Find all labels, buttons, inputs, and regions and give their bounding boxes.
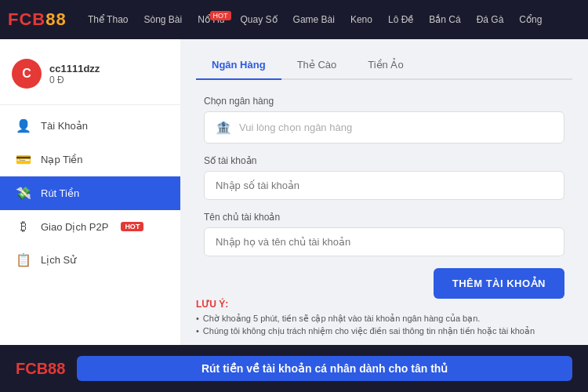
- nav-item-songbai[interactable]: Sòng Bài: [136, 9, 190, 30]
- note-item-2: Chúng tôi không chịu trách nhiệm cho việ…: [196, 326, 572, 336]
- logo-88: 88: [45, 9, 66, 29]
- user-details: cc1111dzz 0 Đ: [49, 63, 100, 85]
- bank-select-icon: 🏦: [216, 120, 231, 135]
- p2p-hot-badge: HOT: [121, 222, 143, 231]
- sidebar-item-naptien[interactable]: 💳 Nạp Tiền: [0, 143, 180, 176]
- sidebar-item-label: Rút Tiền: [41, 187, 79, 199]
- avatar: C: [12, 59, 42, 89]
- sidebar-item-label: Tài Khoản: [41, 120, 88, 132]
- note-item-1: Chờ khoảng 5 phút, tiền sẽ cập nhật vào …: [196, 314, 572, 324]
- bank-label: Chọn ngân hàng: [204, 96, 564, 107]
- content-area: Ngân Hàng Thẻ Cào Tiền Ảo Chọn ngân hàng…: [180, 39, 588, 345]
- note-title: LƯU Ý:: [196, 299, 572, 310]
- add-account-button[interactable]: THÊM TÀI KHOẢN: [434, 268, 564, 299]
- nav-item-quayso[interactable]: Quay Số: [233, 9, 285, 30]
- holder-label: Tên chủ tài khoản: [204, 212, 564, 223]
- sidebar-item-label: Giao Dịch P2P: [41, 221, 108, 233]
- nav-item-banca[interactable]: Bắn Cá: [421, 9, 468, 30]
- holder-group: Tên chủ tài khoản: [204, 212, 564, 256]
- bank-group: Chọn ngân hàng 🏦 Vui lòng chọn ngân hàng: [204, 96, 564, 143]
- account-label: Số tài khoản: [204, 155, 564, 166]
- tab-tienao[interactable]: Tiền Ảo: [352, 51, 419, 78]
- nav-items: Thể Thao Sòng Bài Nổ HũHOT Quay Số Game …: [80, 9, 580, 30]
- form-section: Chọn ngân hàng 🏦 Vui lòng chọn ngân hàng…: [196, 96, 572, 256]
- ruttien-icon: 💸: [16, 186, 31, 201]
- sidebar-item-ruttien[interactable]: 💸 Rút Tiền: [0, 176, 180, 210]
- tabs: Ngân Hàng Thẻ Cào Tiền Ảo: [196, 51, 572, 80]
- bank-select[interactable]: 🏦 Vui lòng chọn ngân hàng: [204, 111, 564, 143]
- nohu-badge: HOT: [210, 11, 231, 20]
- nav-item-keno[interactable]: Keno: [343, 9, 380, 30]
- balance: 0 Đ: [49, 74, 100, 85]
- sidebar-item-label: Lịch Sử: [41, 254, 76, 266]
- bottom-logo-88: 88: [48, 360, 65, 377]
- bottom-banner: FCB88 Rút tiền về tài khoản cá nhân dành…: [0, 345, 588, 392]
- bottom-logo: FCB88: [16, 360, 65, 378]
- username: cc1111dzz: [49, 63, 100, 74]
- note-section: LƯU Ý: Chờ khoảng 5 phút, tiền sẽ cập nh…: [196, 299, 572, 336]
- user-info: C cc1111dzz 0 Đ: [0, 51, 180, 100]
- sidebar-item-taikhoan[interactable]: 👤 Tài Khoản: [0, 109, 180, 143]
- lichsu-icon: 📋: [16, 252, 31, 267]
- sidebar-divider: [0, 104, 180, 105]
- tab-nganhang[interactable]: Ngân Hàng: [196, 51, 281, 78]
- account-input[interactable]: [204, 171, 564, 200]
- taikhoan-icon: 👤: [16, 118, 31, 133]
- holder-input[interactable]: [204, 227, 564, 256]
- main-layout: C cc1111dzz 0 Đ 👤 Tài Khoản 💳 Nạp Tiền 💸…: [0, 39, 588, 345]
- sidebar-item-lichsu[interactable]: 📋 Lịch Sử: [0, 243, 180, 277]
- banner-text: Rút tiền về tài khoản cá nhân dành cho t…: [77, 356, 572, 381]
- naptien-icon: 💳: [16, 152, 31, 167]
- sidebar-item-p2p[interactable]: ₿ Giao Dịch P2P HOT: [0, 210, 180, 243]
- sidebar-item-label: Nạp Tiền: [41, 154, 83, 165]
- nav-item-lode[interactable]: Lô Đề: [380, 9, 421, 30]
- p2p-icon: ₿: [16, 220, 31, 234]
- account-group: Số tài khoản: [204, 155, 564, 200]
- sidebar: C cc1111dzz 0 Đ 👤 Tài Khoản 💳 Nạp Tiền 💸…: [0, 39, 180, 345]
- nav-item-daga[interactable]: Đá Gà: [469, 9, 512, 30]
- bank-select-placeholder: Vui lòng chọn ngân hàng: [239, 122, 352, 133]
- nav-item-cong[interactable]: Cổng: [511, 9, 550, 30]
- top-navigation: FCB88 Thể Thao Sòng Bài Nổ HũHOT Quay Số…: [0, 0, 588, 39]
- tab-thecao[interactable]: Thẻ Cào: [281, 51, 353, 78]
- nav-item-nohu[interactable]: Nổ HũHOT: [190, 9, 232, 30]
- nav-item-gamebai[interactable]: Game Bài: [285, 9, 343, 30]
- brand-logo[interactable]: FCB88: [8, 9, 71, 30]
- bottom-logo-fcb: FCB: [16, 360, 48, 377]
- logo-fcb: FCB: [8, 9, 45, 29]
- nav-item-thethao[interactable]: Thể Thao: [80, 9, 136, 30]
